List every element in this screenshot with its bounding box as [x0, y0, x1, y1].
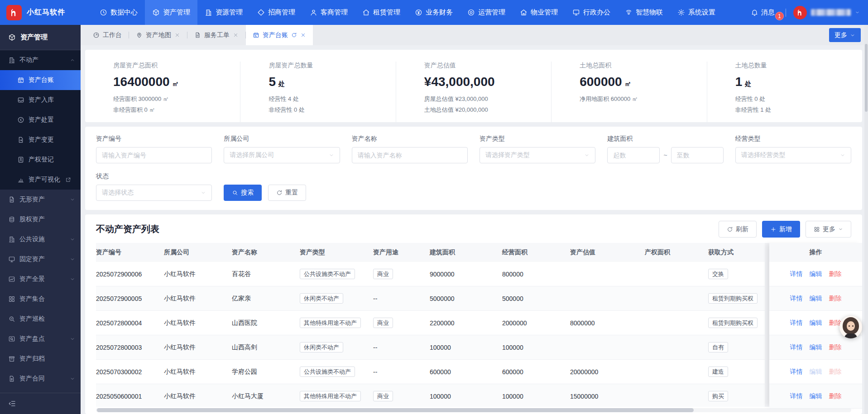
filter-input-资产编号[interactable] — [102, 152, 206, 159]
collapse-sidebar-icon[interactable] — [8, 400, 16, 408]
filter-select-经营类型[interactable]: 请选择经营类型 — [735, 147, 851, 163]
horizontal-scrollbar-track[interactable] — [96, 408, 851, 412]
tab-资产台账[interactable]: 资产台账 — [246, 25, 313, 45]
table-vertical-scrollbar[interactable] — [765, 243, 769, 407]
sidebar-item-无形资产[interactable]: 无形资产 — [0, 190, 81, 209]
topbar-menu-运营管理[interactable]: 运营管理 — [460, 0, 513, 25]
detail-link[interactable]: 详情 — [790, 319, 803, 327]
sidebar-item-资产归档[interactable]: 资产归档 — [0, 349, 81, 369]
tab-label: 工作台 — [103, 31, 122, 39]
chevron-down-icon — [70, 276, 75, 282]
sidebar-item-固定资产[interactable]: 固定资产 — [0, 249, 81, 269]
refresh-button[interactable]: 刷新 — [719, 221, 757, 238]
filter-field-资产名称: 资产名称 — [352, 135, 468, 163]
tab-close-icon[interactable] — [233, 32, 239, 38]
range-to-input[interactable] — [677, 152, 718, 159]
cell-acquire: 自有 — [708, 342, 765, 352]
sidebar-item-股权资产[interactable]: 股权资产 — [0, 209, 81, 229]
edit-link[interactable]: 编辑 — [810, 343, 822, 352]
sidebar-item-资产变更[interactable]: 资产变更 — [0, 130, 81, 150]
sidebar-item-资产处置[interactable]: 资产处置 — [0, 110, 81, 130]
edit-link[interactable]: 编辑 — [810, 319, 822, 327]
detail-link[interactable]: 详情 — [790, 343, 803, 352]
horizontal-scrollbar-thumb[interactable] — [97, 408, 694, 412]
topbar-menu-智慧物联[interactable]: 智慧物联 — [618, 0, 670, 25]
topbar-menu-物业管理[interactable]: 物业管理 — [513, 0, 565, 25]
chevron-down-icon — [70, 336, 75, 342]
tab-close-icon[interactable] — [300, 32, 306, 38]
table-scroll-area[interactable]: 资产编号所属公司资产名称资产类型资产用途建筑面积经营面积资产估值产权面积获取方式… — [96, 243, 765, 407]
column-header-所属公司: 所属公司 — [164, 248, 232, 257]
table-header-bar: 不动产资产列表 刷新 新增 更多 — [85, 221, 862, 238]
topbar-menu-业务财务[interactable]: 业务财务 — [408, 0, 460, 25]
topbar-menu-资产管理[interactable]: 资产管理 — [145, 0, 197, 25]
reset-button[interactable]: 重置 — [268, 185, 306, 201]
search-button[interactable]: 搜索 — [224, 185, 262, 201]
edit-link[interactable]: 编辑 — [810, 392, 822, 400]
filter-label: 所属公司 — [224, 135, 340, 143]
sidebar-item-公共设施[interactable]: 公共设施 — [0, 229, 81, 249]
tab-工作台[interactable]: 工作台 — [86, 25, 129, 45]
state-select[interactable]: 请选择状态 — [96, 185, 212, 201]
user-menu[interactable] — [793, 6, 860, 19]
topbar-menu-租赁管理[interactable]: 租赁管理 — [355, 0, 408, 25]
topbar-menu-招商管理[interactable]: 招商管理 — [250, 0, 302, 25]
delete-link[interactable]: 删除 — [829, 392, 842, 400]
cell-company: 小红马软件 — [164, 392, 232, 400]
page-scrollbar-thumb[interactable] — [865, 44, 868, 112]
cell-code: 2025072900006 — [96, 271, 164, 278]
sidebar-item-资产台账[interactable]: 资产台账 — [0, 70, 81, 90]
sidebar-item-资产集合[interactable]: 资产集合 — [0, 289, 81, 309]
tab-服务工单[interactable]: 服务工单 — [187, 25, 245, 45]
cell-company: 小红马软件 — [164, 343, 232, 352]
stat-label: 房屋资产总面积 — [113, 62, 240, 70]
tab-close-icon[interactable] — [174, 32, 180, 38]
detail-link[interactable]: 详情 — [790, 368, 803, 376]
cell-type: 公共设施类不动产 — [300, 366, 373, 377]
topbar: 小红马软件 数据中心资产管理资源管理招商管理客商管理租赁管理业务财务运营管理物业… — [0, 0, 868, 25]
table-more-button[interactable]: 更多 — [806, 221, 851, 238]
sidebar-item-label: 资产合同 — [19, 375, 45, 383]
filter-select-资产类型[interactable]: 请选择资产类型 — [480, 147, 595, 163]
brand-logo[interactable] — [6, 5, 22, 20]
add-button[interactable]: 新增 — [762, 221, 800, 238]
edit-link[interactable]: 编辑 — [810, 295, 822, 303]
topbar-menu-资源管理[interactable]: 资源管理 — [197, 0, 250, 25]
detail-link[interactable]: 详情 — [790, 270, 803, 278]
sidebar-item-资产全景[interactable]: 资产全景 — [0, 269, 81, 289]
cell-acquire: 租赁到期购买权 — [708, 293, 765, 304]
sidebar-item-资产合同[interactable]: 资产合同 — [0, 369, 81, 389]
assistant-avatar[interactable] — [839, 316, 862, 338]
topbar-menu-行政办公[interactable]: 行政办公 — [565, 0, 618, 25]
topbar-menu-数据中心[interactable]: 数据中心 — [92, 0, 145, 25]
sidebar-item-资产盘点[interactable]: 资产盘点 — [0, 329, 81, 349]
detail-link[interactable]: 详情 — [790, 392, 803, 400]
sidebar-item-资产巡检[interactable]: 资产巡检 — [0, 309, 81, 329]
sidebar-item-资产可视化[interactable]: 资产可视化 — [0, 170, 81, 190]
delete-link[interactable]: 删除 — [829, 270, 842, 278]
sidebar-item-资产入库[interactable]: 资产入库 — [0, 90, 81, 110]
filter-input-资产名称[interactable] — [358, 152, 462, 159]
tag-自有: 自有 — [708, 342, 728, 352]
cell-code: 2025070300002 — [96, 368, 164, 376]
range-from-input[interactable] — [613, 152, 654, 159]
filter-select-所属公司[interactable]: 请选择所属公司 — [224, 147, 340, 163]
topbar-menu-客商管理[interactable]: 客商管理 — [302, 0, 355, 25]
sidebar-item-label: 资产盘点 — [19, 335, 45, 343]
tabs-more-button[interactable]: 更多 — [829, 28, 861, 42]
delete-link[interactable]: 删除 — [829, 295, 842, 303]
sidebar-item-产权登记[interactable]: 产权登记 — [0, 150, 81, 170]
sidebar-item-不动产[interactable]: 不动产 — [0, 50, 81, 70]
state-placeholder: 请选择状态 — [102, 189, 134, 197]
tag-公共设施类不动产: 公共设施类不动产 — [300, 366, 355, 377]
messages-button[interactable]: 消息 1 — [751, 8, 778, 17]
delete-link[interactable]: 删除 — [829, 343, 842, 352]
tab-资产地图[interactable]: 资产地图 — [129, 25, 187, 45]
stat-unit: 处 — [278, 80, 285, 88]
row-actions: 详情编辑删除 — [769, 360, 862, 384]
cell-name: 亿家亲 — [232, 295, 300, 303]
page-scrollbar[interactable] — [864, 25, 868, 414]
detail-link[interactable]: 详情 — [790, 295, 803, 303]
topbar-menu-系统设置[interactable]: 系统设置 — [670, 0, 723, 25]
edit-link[interactable]: 编辑 — [810, 270, 822, 278]
